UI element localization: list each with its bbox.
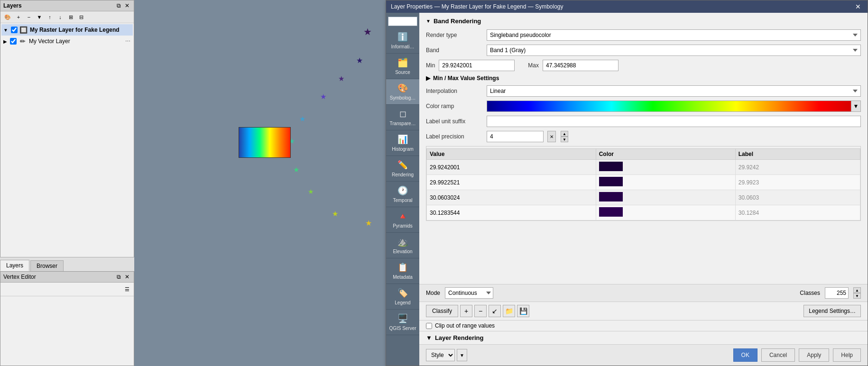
sidebar-item-metadata[interactable]: 📋 Metadata (386, 258, 419, 284)
mode-select[interactable]: Continuous Equal Interval Quantile (445, 287, 493, 299)
table-row[interactable]: 30.0603024 30.0603 (427, 190, 860, 205)
layers-panel-close-btn[interactable]: ✕ (123, 2, 131, 9)
dialog-body: ℹ️ Informati… 🗂️ Source 🎨 Symbolog… ◻ Tr… (386, 13, 868, 366)
minmax-settings-header[interactable]: ▶ Min / Max Value Settings (426, 75, 861, 82)
table-cell-value: 29.9242001 (427, 160, 596, 175)
table-row[interactable]: 29.9922521 29.9923 (427, 175, 860, 190)
classes-up-btn[interactable]: ▲ (853, 287, 861, 293)
classes-down-btn[interactable]: ▼ (853, 293, 861, 299)
table-row[interactable]: 29.9242001 29.9242 (427, 160, 860, 175)
save-to-file-btn[interactable]: 💾 (517, 305, 529, 317)
load-from-file-btn[interactable]: 📁 (503, 305, 515, 317)
raster-layer-expand-icon[interactable]: ▼ (3, 27, 8, 33)
move-down-btn[interactable]: ↓ (55, 12, 65, 22)
sidebar-item-rendering[interactable]: ✏️ Rendering (386, 156, 419, 182)
load-from-map-btn[interactable]: ↙ (489, 305, 501, 317)
map-area[interactable]: ★★★★★★★★★★★★★★★★ (134, 0, 386, 366)
classify-btn[interactable]: Classify (426, 305, 458, 317)
label-precision-down-btn[interactable]: ▼ (561, 137, 568, 142)
max-label: Max (528, 62, 539, 69)
dialog-close-btn[interactable]: ✕ (853, 3, 863, 10)
classes-input[interactable] (825, 287, 849, 299)
sidebar-search-input[interactable] (388, 17, 417, 26)
table-header-value: Value (427, 149, 596, 160)
sidebar-item-histogram[interactable]: 📊 Histogram (386, 130, 419, 156)
add-class-btn[interactable]: + (460, 305, 472, 317)
table-cell-color[interactable] (596, 160, 735, 175)
sidebar-item-pyramids[interactable]: 🔺 Pyramids (386, 207, 419, 233)
label-precision-up-btn[interactable]: ▲ (561, 131, 568, 137)
minmax-settings-title: Min / Max Value Settings (433, 75, 499, 82)
color-ramp-dropdown-btn[interactable]: ▼ (851, 101, 860, 111)
layer-item-vector[interactable]: ▶ ✏ My Vector Layer ⋯ (1, 36, 133, 47)
map-star: ★ (338, 75, 344, 82)
sidebar-item-source[interactable]: 🗂️ Source (386, 54, 419, 79)
layers-panel-restore-btn[interactable]: ⧉ (115, 2, 122, 9)
band-rendering-title: Band Rendering (434, 18, 481, 25)
sidebar-item-legend[interactable]: 🏷️ Legend (386, 284, 419, 310)
vertex-editor-header: Vertex Editor ⧉ ✕ (0, 272, 134, 283)
filter-layer-btn[interactable]: ▼ (35, 12, 44, 22)
interpolation-select[interactable]: Linear Discrete Exact (487, 85, 861, 97)
band-select[interactable]: Band 1 (Gray) (487, 45, 861, 56)
tab-layers[interactable]: Layers (0, 260, 29, 271)
sidebar-item-information[interactable]: ℹ️ Informati… (386, 28, 419, 54)
band-rendering-section-header[interactable]: ▼ Band Rendering (426, 18, 861, 25)
transparency-icon: ◻ (399, 109, 406, 119)
raster-layer-checkbox[interactable] (11, 27, 18, 33)
sidebar-item-transparency[interactable]: ◻ Transpare… (386, 105, 419, 130)
table-cell-color[interactable] (596, 175, 735, 190)
vector-layer-icon: ✏ (18, 37, 27, 46)
sidebar-item-qgis-server[interactable]: 🖥️ QGIS Server (386, 310, 419, 335)
cancel-btn[interactable]: Cancel (761, 348, 795, 362)
apply-btn[interactable]: Apply (799, 348, 829, 362)
table-row[interactable]: 30.1283544 30.1284 (427, 205, 860, 220)
sidebar-item-symbology[interactable]: 🎨 Symbolog… (386, 79, 419, 105)
remove-layer-btn[interactable]: − (24, 12, 34, 22)
vector-layer-options-btn[interactable]: ⋯ (125, 38, 131, 45)
mode-row: Mode Continuous Equal Interval Quantile … (419, 284, 868, 302)
style-dropdown-btn[interactable]: ▼ (457, 349, 467, 361)
max-input[interactable] (543, 60, 619, 71)
add-layer-btn[interactable]: + (14, 12, 23, 22)
style-select[interactable]: Style (426, 349, 455, 361)
render-type-select[interactable]: Singleband pseudocolor (487, 29, 861, 41)
sidebar-item-metadata-label: Metadata (393, 274, 413, 280)
label-unit-suffix-input[interactable] (487, 116, 861, 127)
ok-btn[interactable]: OK (733, 348, 757, 362)
sidebar-item-temporal[interactable]: 🕐 Temporal (386, 182, 419, 207)
value-color-table: Value Color Label 29.9242001 29.9242 29.… (426, 148, 860, 220)
label-precision-input[interactable] (487, 131, 544, 142)
color-ramp-display[interactable]: ▼ (487, 101, 861, 112)
band-row: Band Band 1 (Gray) (426, 45, 861, 56)
vertex-editor-restore-btn[interactable]: ⧉ (115, 273, 122, 281)
layer-item-raster[interactable]: ▼ 🔲 My Raster Layer for Fake Legend (1, 24, 133, 36)
dialog-main-content: ▼ Band Rendering Render type Singleband … (419, 13, 868, 366)
collapse-all-btn[interactable]: ⊟ (76, 12, 86, 22)
content-scroll-area: ▼ Band Rendering Render type Singleband … (419, 13, 868, 284)
open-layer-style-btn[interactable]: 🎨 (2, 12, 13, 22)
tab-browser[interactable]: Browser (30, 260, 64, 271)
table-cell-color[interactable] (596, 205, 735, 220)
legend-settings-btn[interactable]: Legend Settings… (803, 305, 861, 317)
table-cell-value: 30.0603024 (427, 190, 596, 205)
layer-properties-dialog: Layer Properties — My Raster Layer for F… (386, 0, 868, 366)
clip-checkbox[interactable] (426, 323, 432, 329)
sidebar-item-pyramids-label: Pyramids (393, 223, 413, 229)
value-color-table-container: Value Color Label 29.9242001 29.9242 29.… (426, 146, 861, 221)
help-btn[interactable]: Help (833, 348, 861, 362)
table-cell-color[interactable] (596, 190, 735, 205)
min-input[interactable] (439, 60, 515, 71)
vertex-editor-close-btn[interactable]: ✕ (123, 273, 131, 281)
vertex-editor-menu-btn[interactable]: ☰ (122, 284, 132, 294)
move-up-btn[interactable]: ↑ (45, 12, 55, 22)
vector-layer-expand-icon[interactable]: ▶ (3, 39, 7, 44)
label-precision-row: Label precision ✕ ▲ ▼ (426, 131, 861, 142)
metadata-icon: 📋 (397, 262, 408, 273)
label-precision-clear-btn[interactable]: ✕ (547, 131, 556, 142)
vector-layer-checkbox[interactable] (10, 38, 17, 45)
expand-all-btn[interactable]: ⊞ (66, 12, 75, 22)
layer-rendering-header[interactable]: ▼ Layer Rendering (426, 334, 861, 341)
sidebar-item-elevation[interactable]: ⛰️ Elevation (386, 233, 419, 258)
remove-class-btn[interactable]: − (474, 305, 487, 317)
